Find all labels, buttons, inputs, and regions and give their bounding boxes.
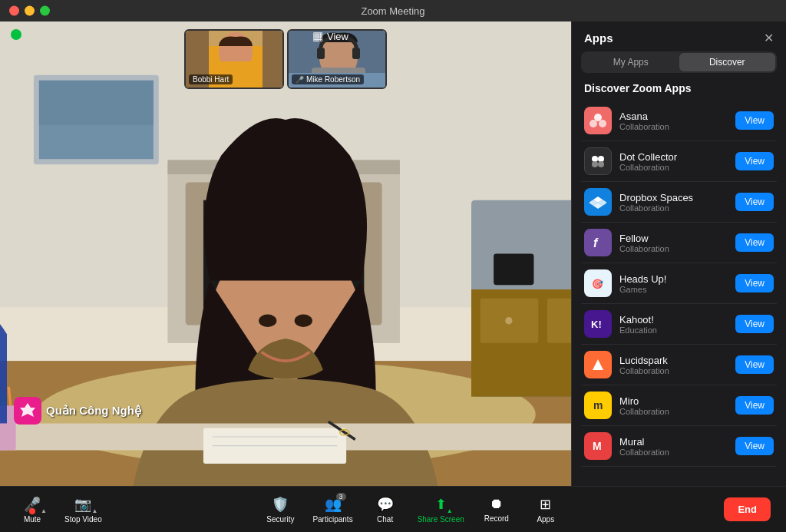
kahoot-view-button[interactable]: View — [735, 315, 774, 333]
apps-header: Apps ✕ — [572, 21, 786, 51]
stop-video-label: Stop Video — [64, 515, 102, 524]
apps-close-button[interactable]: ✕ — [764, 31, 774, 45]
connection-status-dot — [11, 29, 21, 40]
window-title: Zoom Meeting — [361, 5, 424, 17]
kahoot-name: Kahoot! — [619, 314, 735, 325]
miro-info: Miro Collaboration — [619, 395, 735, 416]
headsup-category: Games — [619, 285, 735, 294]
main-area: Quản Công Nghệ Bobbi Hart — [0, 21, 786, 486]
kahoot-icon: K! — [584, 310, 612, 338]
app-item-fellow: f Fellow Collaboration View — [581, 223, 777, 263]
view-button[interactable]: ▦ View — [312, 29, 348, 43]
apps-panel: Apps ✕ My Apps Discover Discover Zoom Ap… — [571, 21, 786, 486]
svg-point-31 — [505, 317, 512, 324]
close-button[interactable] — [9, 6, 19, 16]
participants-label: Participants — [312, 515, 352, 524]
svg-point-14 — [259, 315, 276, 327]
svg-rect-33 — [494, 254, 533, 286]
chat-label: Chat — [377, 515, 393, 524]
fellow-icon: f — [584, 229, 612, 256]
svg-marker-58 — [593, 359, 603, 370]
miro-category: Collaboration — [619, 407, 735, 416]
dot-collector-icon — [584, 147, 612, 175]
dot-collector-info: Dot Collector Collaboration — [619, 151, 735, 172]
svg-point-51 — [592, 161, 598, 167]
headsup-view-button[interactable]: View — [735, 274, 774, 292]
svg-text:f: f — [593, 236, 599, 249]
mute-label: Mute — [24, 515, 41, 524]
mural-view-button[interactable]: View — [735, 437, 774, 455]
share-screen-button[interactable]: ⬆ ▲ Share Screen — [418, 496, 464, 524]
end-button[interactable]: End — [724, 497, 771, 521]
headsup-icon: 🎯 — [584, 269, 612, 297]
toolbar-right: End — [724, 497, 771, 521]
fellow-category: Collaboration — [619, 244, 735, 253]
svg-point-15 — [295, 315, 312, 327]
tab-discover[interactable]: Discover — [679, 53, 776, 71]
app-item-dot-collector: Dot Collector Collaboration View — [581, 141, 777, 182]
svg-rect-42 — [317, 48, 325, 59]
app-item-lucidspark: Lucidspark Collaboration View — [581, 345, 777, 385]
apps-toolbar-label: Apps — [537, 515, 554, 524]
dot-collector-name: Dot Collector — [619, 151, 735, 163]
fellow-info: Fellow Collaboration — [619, 233, 735, 253]
share-screen-icon: ⬆ ▲ — [435, 496, 447, 513]
video-area: Quản Công Nghệ Bobbi Hart — [0, 21, 571, 486]
apps-toolbar-icon: ⊞ — [540, 496, 551, 513]
asana-view-button[interactable]: View — [735, 111, 774, 130]
security-icon: 🛡️ — [272, 496, 289, 513]
mute-icon: 🎤 ▲ — [24, 496, 41, 513]
apps-button[interactable]: ⊞ Apps — [529, 496, 563, 524]
window-controls — [9, 6, 50, 16]
miro-view-button[interactable]: View — [735, 396, 774, 415]
participants-count: 3 — [336, 493, 346, 501]
stop-video-icon: 📷 ▲ — [74, 496, 91, 513]
maximize-button[interactable] — [40, 6, 50, 16]
kahoot-info: Kahoot! Education — [619, 314, 735, 335]
stop-video-button[interactable]: 📷 ▲ Stop Video — [64, 496, 102, 524]
mute-button[interactable]: 🎤 ▲ Mute — [15, 496, 49, 524]
dropbox-name: Dropbox Spaces — [619, 192, 735, 203]
fellow-name: Fellow — [619, 233, 735, 244]
miro-icon: m — [584, 392, 612, 419]
svg-text:K!: K! — [591, 319, 602, 330]
muted-icon: 🎤 — [296, 76, 304, 84]
svg-text:🎯: 🎯 — [592, 278, 603, 289]
dropbox-icon — [584, 188, 612, 216]
asana-info: Asana Collaboration — [619, 111, 735, 131]
watermark-text: Quản Công Nghệ — [46, 404, 141, 418]
security-button[interactable]: 🛡️ Security — [263, 496, 297, 524]
record-button[interactable]: ⏺ Record — [480, 496, 514, 523]
chat-icon: 💬 — [377, 496, 394, 513]
discover-heading: Discover Zoom Apps — [572, 82, 786, 101]
watermark-icon — [14, 397, 41, 425]
fellow-view-button[interactable]: View — [735, 233, 774, 252]
asana-category: Collaboration — [619, 122, 735, 131]
apps-tabs: My Apps Discover — [581, 51, 777, 73]
watermark: Quản Công Nghệ — [14, 397, 141, 425]
svg-text:m: m — [593, 399, 603, 411]
chat-button[interactable]: 💬 Chat — [368, 496, 402, 524]
tab-my-apps[interactable]: My Apps — [583, 53, 679, 71]
toolbar-left: 🎤 ▲ Mute 📷 ▲ Stop Video — [15, 496, 102, 524]
svg-point-52 — [598, 161, 604, 167]
record-label: Record — [484, 514, 509, 523]
video-caret: ▲ — [91, 507, 97, 514]
share-screen-label: Share Screen — [418, 515, 464, 524]
svg-rect-8 — [39, 81, 154, 125]
headsup-info: Heads Up! Games — [619, 273, 735, 294]
app-item-asana: Asana Collaboration View — [581, 101, 777, 141]
dot-collector-category: Collaboration — [619, 163, 735, 172]
dot-collector-view-button[interactable]: View — [735, 152, 774, 170]
participants-button[interactable]: 👥 3 Participants — [312, 496, 352, 524]
app-item-miro: m Miro Collaboration View — [581, 385, 777, 426]
dropbox-category: Collaboration — [619, 203, 735, 213]
minimize-button[interactable] — [25, 6, 35, 16]
lucidspark-view-button[interactable]: View — [735, 355, 774, 374]
dropbox-view-button[interactable]: View — [735, 193, 774, 211]
headsup-name: Heads Up! — [619, 273, 735, 285]
thumbnail-1: Bobbi Hart — [184, 29, 284, 89]
lucidspark-name: Lucidspark — [619, 355, 735, 366]
asana-name: Asana — [619, 111, 735, 122]
asana-icon — [584, 107, 612, 134]
